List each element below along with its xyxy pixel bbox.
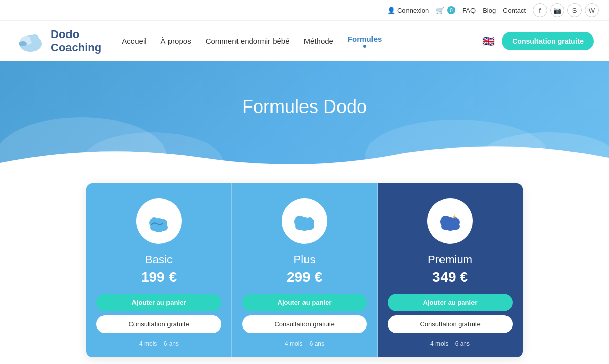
basic-add-cart-button[interactable]: Ajouter au panier (96, 294, 221, 311)
card-basic: Basic 199 € Ajouter au panier Consultati… (86, 183, 231, 357)
premium-name: Premium (428, 253, 472, 266)
feature-label-premiere-consultation: Première consultation gratuite ? (86, 359, 198, 364)
plus-name: Plus (294, 253, 316, 266)
pricing-cards: Basic 199 € Ajouter au panier Consultati… (86, 183, 523, 357)
cart-icon: 🛒 (436, 7, 444, 14)
plus-consult-button[interactable]: Consultation gratuite (242, 315, 367, 333)
page-title: Formules Dodo (242, 76, 367, 158)
nav-links: Accueil À propos Comment endormir bébé M… (122, 34, 482, 48)
nav-item-comment[interactable]: Comment endormir bébé (206, 37, 290, 46)
faq-link[interactable]: FAQ (462, 7, 476, 14)
user-icon: 👤 (387, 7, 395, 14)
skype-icon[interactable]: S (567, 3, 582, 17)
card-premium: ★ Premium 349 € Ajouter au panier Consul… (378, 183, 523, 357)
pricing-section: Basic 199 € Ajouter au panier Consultati… (0, 173, 609, 364)
basic-name: Basic (145, 253, 173, 266)
feature-check-basic: ✓ (198, 357, 306, 364)
main-nav: Dodo Coaching Accueil À propos Comment e… (0, 21, 609, 61)
plus-price: 299 € (287, 269, 322, 285)
facebook-icon[interactable]: f (533, 3, 547, 17)
consultation-button[interactable]: Consultation gratuite (502, 32, 594, 50)
cart-link[interactable]: 🛒 0 (436, 6, 455, 14)
nav-item-accueil[interactable]: Accueil (122, 37, 146, 46)
svg-point-3 (19, 41, 27, 46)
premium-cloud-icon: ★ (436, 207, 464, 235)
svg-point-2 (30, 34, 39, 43)
plus-add-cart-button[interactable]: Ajouter au panier (242, 294, 367, 311)
instagram-icon[interactable]: 📷 (550, 3, 564, 17)
svg-rect-15 (295, 223, 314, 230)
basic-price: 199 € (141, 269, 177, 285)
contact-link[interactable]: Contact (503, 7, 526, 14)
card-plus: Plus 299 € Ajouter au panier Consultatio… (231, 183, 378, 357)
premium-add-cart-button[interactable]: Ajouter au panier (388, 294, 513, 311)
cart-count: 0 (447, 6, 455, 14)
nav-item-methode[interactable]: Méthode (304, 37, 333, 46)
premium-price: 349 € (432, 269, 468, 285)
plus-age: 4 mois – 6 ans (285, 340, 324, 347)
nav-right: 🇬🇧 Consultation gratuite (482, 32, 594, 50)
nav-item-formules[interactable]: Formules (348, 34, 382, 48)
nav-item-apropos[interactable]: À propos (161, 37, 191, 46)
whatsapp-icon[interactable]: W (585, 3, 599, 17)
svg-text:★: ★ (452, 213, 457, 220)
premium-icon-circle: ★ (427, 198, 473, 244)
plus-cloud-icon (291, 207, 319, 235)
logo-bird-icon (15, 28, 46, 54)
top-bar: 👤 Connexion 🛒 0 FAQ Blog Contact f 📷 S W (0, 0, 609, 21)
basic-age: 4 mois – 6 ans (139, 340, 179, 347)
feature-check-premium: ✓ (415, 357, 523, 364)
basic-icon-circle (136, 198, 182, 244)
feature-check-plus: ✓ (306, 357, 414, 364)
plus-icon-circle (282, 198, 327, 244)
social-icons: f 📷 S W (533, 3, 599, 17)
premium-consult-button[interactable]: Consultation gratuite (388, 315, 513, 333)
connexion-link[interactable]: 👤 Connexion (387, 7, 429, 14)
language-flag-icon[interactable]: 🇬🇧 (482, 35, 495, 47)
logo[interactable]: Dodo Coaching (15, 28, 101, 55)
basic-consult-button[interactable]: Consultation gratuite (96, 315, 221, 333)
hero-section: Formules Dodo (0, 61, 609, 173)
premium-age: 4 mois – 6 ans (430, 340, 470, 347)
svg-rect-19 (441, 223, 460, 230)
blog-link[interactable]: Blog (483, 7, 496, 14)
basic-cloud-icon (145, 207, 173, 235)
feature-row-1: Première consultation gratuite ? ✓ ✓ ✓ (86, 357, 523, 364)
